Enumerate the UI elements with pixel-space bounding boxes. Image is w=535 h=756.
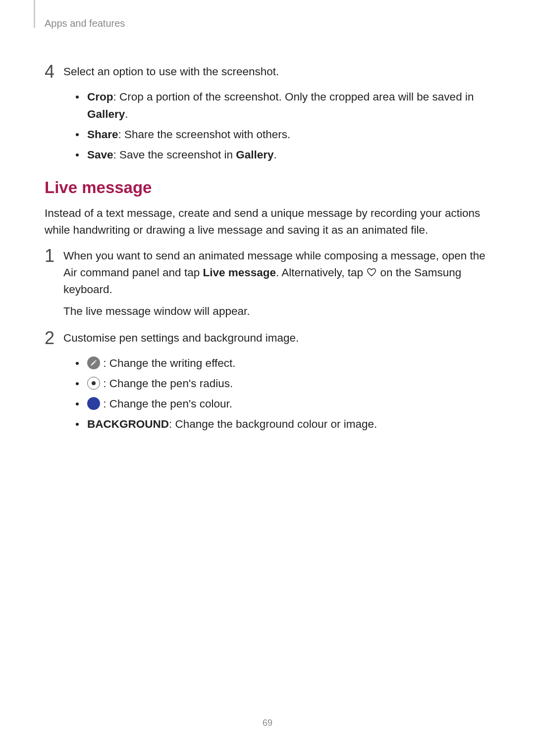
bullet-item: • Save: Save the screenshot in Gallery. [75, 146, 490, 163]
heart-icon [366, 267, 377, 278]
section-header: Apps and features [45, 18, 125, 29]
bullet-item: • Crop: Crop a portion of the screenshot… [75, 88, 490, 123]
step-4-bullets: • Crop: Crop a portion of the screenshot… [45, 88, 490, 163]
bullet-dot: • [75, 415, 87, 433]
bullet-dot: • [75, 88, 87, 105]
step-number: 4 [45, 63, 63, 80]
pen-effect-icon [87, 356, 100, 369]
bullet-item: • BACKGROUND: Change the background colo… [75, 415, 490, 433]
bullet-item: • : Change the writing effect. [75, 354, 490, 372]
bullet-text: : Change the pen's radius. [87, 375, 490, 392]
page-content: 4 Select an option to use with the scree… [45, 19, 490, 433]
header-rule [34, 0, 35, 28]
bullet-item: • : Change the pen's colour. [75, 395, 490, 412]
bullet-dot: • [75, 354, 87, 372]
bullet-dot: • [75, 126, 87, 143]
bullet-dot: • [75, 146, 87, 163]
step-text: When you want to send an animated messag… [63, 248, 490, 320]
step-number: 1 [45, 248, 63, 320]
bullet-dot: • [75, 395, 87, 412]
bullet-text: Share: Share the screenshot with others. [87, 126, 490, 143]
step-2-bullets: • : Change the writing effect. • : Chang… [45, 354, 490, 433]
step-number: 2 [45, 330, 63, 347]
step-1: 1 When you want to send an animated mess… [45, 248, 490, 320]
step-follow: The live message window will appear. [63, 303, 490, 320]
bullet-text: BACKGROUND: Change the background colour… [87, 415, 490, 433]
page-number: 69 [0, 718, 535, 728]
step-4: 4 Select an option to use with the scree… [45, 63, 490, 80]
heading-live-message: Live message [45, 178, 490, 197]
step-text: Customise pen settings and background im… [63, 330, 490, 347]
intro-paragraph: Instead of a text message, create and se… [45, 205, 490, 239]
bullet-text: Save: Save the screenshot in Gallery. [87, 146, 490, 163]
bullet-text: Crop: Crop a portion of the screenshot. … [87, 88, 490, 123]
step-text: Select an option to use with the screens… [63, 63, 490, 80]
pen-colour-icon [87, 397, 100, 410]
bullet-item: • : Change the pen's radius. [75, 375, 490, 392]
bullet-item: • Share: Share the screenshot with other… [75, 126, 490, 143]
pen-radius-icon [87, 377, 100, 390]
step-2: 2 Customise pen settings and background … [45, 330, 490, 347]
bullet-text: : Change the pen's colour. [87, 395, 490, 412]
document-page: Apps and features 4 Select an option to … [0, 0, 535, 756]
bullet-dot: • [75, 375, 87, 392]
bullet-text: : Change the writing effect. [87, 354, 490, 372]
